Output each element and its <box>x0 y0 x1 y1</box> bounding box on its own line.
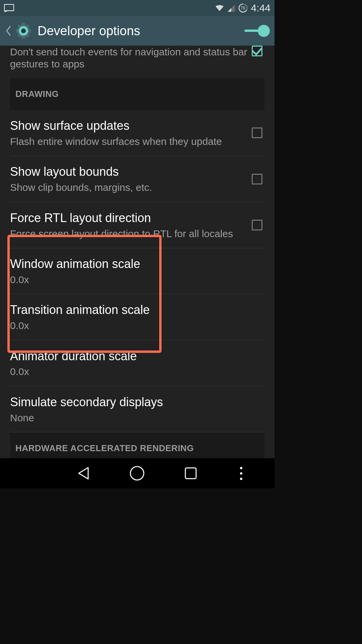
setting-simulate-secondary-displays[interactable]: Simulate secondary displays None <box>10 386 264 432</box>
status-bar: 76 4:44 <box>0 0 275 16</box>
back-chevron-icon[interactable] <box>5 24 12 38</box>
setting-force-rtl[interactable]: Force RTL layout direction Force screen … <box>10 202 264 248</box>
app-bar: Developer options <box>0 16 275 46</box>
checkbox-icon[interactable] <box>252 127 262 138</box>
setting-title: Transition animation scale <box>10 302 260 318</box>
setting-subtitle: Don't send touch events for navigation a… <box>10 46 248 70</box>
settings-gear-icon[interactable] <box>14 21 33 40</box>
setting-subtitle: Flash entire window surfaces when they u… <box>10 135 248 148</box>
cast-icon <box>4 4 14 12</box>
checkbox-icon[interactable] <box>252 220 262 230</box>
battery-circle-icon: 76 <box>238 3 248 13</box>
setting-title: Show layout bounds <box>10 164 248 180</box>
nav-home-button[interactable] <box>127 463 147 483</box>
setting-animator-duration-scale[interactable]: Animator duration scale 0.0x <box>10 340 264 386</box>
wifi-icon <box>215 4 224 12</box>
setting-title: Animator duration scale <box>10 348 260 364</box>
svg-rect-5 <box>185 468 196 479</box>
section-header-drawing: DRAWING <box>10 78 264 110</box>
setting-show-layout-bounds[interactable]: Show layout bounds Show clip bounds, mar… <box>10 156 264 202</box>
checkbox-icon[interactable] <box>252 174 262 184</box>
svg-rect-0 <box>4 4 14 11</box>
checkbox-icon[interactable] <box>252 46 262 56</box>
setting-value: 0.0x <box>10 365 260 378</box>
setting-window-animation-scale[interactable]: Window animation scale 0.0x <box>10 248 264 294</box>
setting-title: Simulate secondary displays <box>10 394 260 410</box>
signal-icon <box>228 4 235 12</box>
nav-more-button[interactable] <box>234 467 248 480</box>
master-toggle[interactable] <box>244 26 270 36</box>
setting-value: None <box>10 412 260 424</box>
svg-point-4 <box>130 467 144 480</box>
nav-back-button[interactable] <box>74 463 94 483</box>
svg-point-3 <box>21 29 26 33</box>
setting-subtitle: Show clip bounds, margins, etc. <box>10 181 248 194</box>
app-title: Developer options <box>38 24 242 38</box>
setting-transition-animation-scale[interactable]: Transition animation scale 0.0x <box>10 294 264 340</box>
section-header-hardware: HARDWARE ACCELERATED RENDERING <box>10 432 264 458</box>
setting-title: Show surface updates <box>10 118 248 134</box>
setting-title: Window animation scale <box>10 256 260 272</box>
setting-subtitle: Force screen layout direction to RTL for… <box>10 227 248 240</box>
setting-value: 0.0x <box>10 319 260 332</box>
status-time: 4:44 <box>251 2 270 14</box>
settings-content: Block gesture touch events Don't send to… <box>0 46 275 458</box>
nav-recent-button[interactable] <box>181 463 201 483</box>
battery-pct: 76 <box>238 3 248 13</box>
navigation-bar <box>0 458 275 488</box>
setting-show-surface-updates[interactable]: Show surface updates Flash entire window… <box>10 110 264 156</box>
setting-title: Force RTL layout direction <box>10 210 248 226</box>
setting-value: 0.0x <box>10 273 260 286</box>
setting-block-gesture[interactable]: Block gesture touch events Don't send to… <box>10 46 264 78</box>
